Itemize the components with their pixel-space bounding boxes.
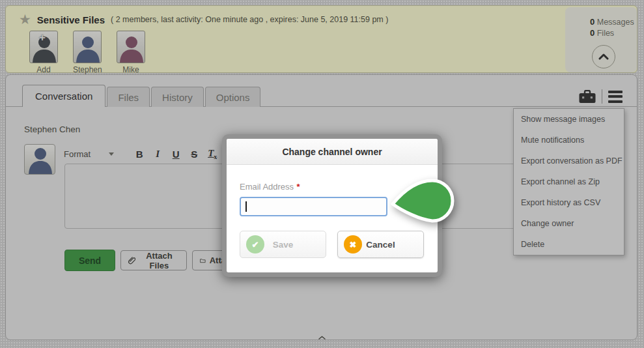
- check-icon: ✔: [246, 235, 264, 254]
- dialog-title: Change channel owner: [227, 139, 438, 165]
- email-field-label: Email Address: [240, 182, 294, 192]
- app-window: ★ Sensitive Files ( 2 members, last acti…: [0, 0, 644, 348]
- cancel-button[interactable]: ✖ Cancel: [337, 231, 424, 258]
- required-marker: *: [297, 182, 300, 192]
- close-icon: ✖: [344, 235, 362, 254]
- save-button[interactable]: ✔ Save: [240, 231, 326, 258]
- dialog-buttons: ✔ Save ✖ Cancel: [240, 231, 425, 258]
- email-field-wrap: [240, 197, 387, 216]
- callout-pointer-icon: [391, 175, 457, 227]
- email-address-input[interactable]: [240, 197, 387, 216]
- cancel-button-label: Cancel: [366, 240, 395, 250]
- save-button-label: Save: [273, 240, 294, 250]
- text-cursor: [245, 201, 247, 212]
